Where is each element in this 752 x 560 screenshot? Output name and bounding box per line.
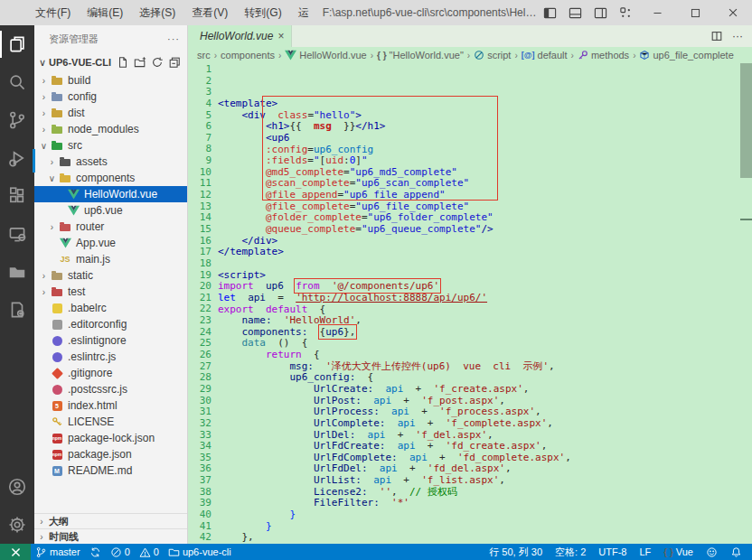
code-editor[interactable]: 1234567891011121314151617181920212223242…	[188, 63, 752, 544]
activitybar-account-icon[interactable]	[0, 468, 34, 506]
tree-item-.eslintignore[interactable]: .eslintignore	[34, 332, 187, 349]
breadcrumb-helloworld.vue[interactable]: { }"HelloWorld.vue"	[377, 50, 464, 61]
status-2[interactable]: 空格: 2	[549, 544, 592, 560]
menu-e[interactable]: 编辑(E)	[79, 0, 131, 25]
activitybar-doc-settings-icon[interactable]	[0, 291, 34, 329]
sidebar-section-timeline[interactable]: ›时间线	[34, 528, 187, 544]
tree-item-assets[interactable]: ›assets	[34, 154, 187, 170]
maximize-button[interactable]	[676, 0, 714, 25]
tree-item-label: package.json	[68, 448, 132, 461]
breadcrumb-methods[interactable]: methods	[578, 50, 629, 61]
refresh-icon[interactable]	[150, 55, 164, 70]
new-file-icon[interactable]	[116, 55, 130, 70]
status-utf-8[interactable]: UTF-8	[592, 544, 633, 560]
tree-item-components[interactable]: ∨components	[34, 170, 187, 186]
editor-group: HelloWorld.vue × ··· src›components›Hell…	[188, 25, 752, 544]
activitybar-remote-explorer-icon[interactable]	[0, 215, 34, 253]
split-editor-icon[interactable]	[710, 30, 723, 42]
status-folder-status[interactable]: up6-vue-cli	[164, 544, 236, 560]
activitybar-folder-tool-icon[interactable]	[0, 253, 34, 291]
tree-item-.eslintrc.js[interactable]: .eslintrc.js	[34, 349, 187, 365]
activitybar-settings-icon[interactable]	[0, 506, 34, 544]
sidebar-section-outline[interactable]: ›大纲	[34, 513, 187, 528]
menu-s[interactable]: 选择(S)	[131, 0, 183, 25]
collapse-all-icon[interactable]	[167, 55, 182, 70]
tree-item-.postcssrc.js[interactable]: .postcssrc.js	[34, 381, 187, 397]
scrollbar-thumb[interactable]	[740, 63, 752, 178]
tree-item-up6.vue[interactable]: up6.vue	[34, 202, 187, 219]
status-branch[interactable]: master	[31, 544, 85, 560]
tree-item-config[interactable]: ›config	[34, 89, 187, 105]
status-error[interactable]: 0	[106, 544, 135, 560]
breadcrumb-default[interactable]: [@]default	[522, 50, 568, 61]
menu-v[interactable]: 查看(V)	[183, 0, 236, 25]
editor-scrollbar[interactable]	[740, 63, 752, 544]
tree-item-router[interactable]: ›router	[34, 219, 187, 235]
circle-icon	[50, 350, 64, 364]
tree-item-.gitignore[interactable]: .gitignore	[34, 365, 187, 381]
code-line-12: @queue_complete="up6_queue_complete"/>	[218, 224, 752, 236]
toggle-panel-icon[interactable]	[562, 0, 588, 25]
breadcrumb-up6_file_complete[interactable]: up6_file_complete	[639, 50, 733, 61]
file-tree: ›build›config›dist›node_modules∨src›asse…	[34, 72, 187, 513]
menu-f[interactable]: 文件(F)	[27, 0, 79, 25]
status-lf[interactable]: LF	[633, 544, 657, 560]
toggle-secondary-sidebar-icon[interactable]	[588, 0, 613, 25]
tree-item-src[interactable]: ∨src	[34, 137, 187, 154]
tree-item-.babelrc[interactable]: .babelrc	[34, 300, 187, 316]
tree-item-license[interactable]: LICENSE	[34, 414, 187, 430]
tree-item-main.js[interactable]: JSmain.js	[34, 251, 187, 267]
tree-item-app.vue[interactable]: App.vue	[34, 235, 187, 251]
overview-ruler-marker	[740, 219, 752, 220]
tree-item-label: .gitignore	[68, 367, 112, 379]
explorer-more-actions[interactable]: ···	[167, 33, 180, 44]
tree-item-package.json[interactable]: npmpackage.json	[34, 446, 187, 462]
tree-item-static[interactable]: ›static	[34, 267, 187, 284]
tree-item-label: .editorconfig	[68, 318, 127, 331]
activitybar-explorer-icon[interactable]	[0, 25, 34, 63]
breadcrumb-label: up6_file_complete	[653, 50, 733, 61]
breadcrumb-src[interactable]: src	[197, 50, 211, 61]
remote-indicator[interactable]	[0, 544, 31, 560]
status-warning[interactable]: 0	[135, 544, 164, 560]
window-controls	[537, 0, 752, 25]
menu-[interactable]: 运	[290, 0, 317, 25]
npm-icon: npm	[50, 447, 64, 462]
badge-icon	[50, 301, 64, 315]
tree-item-.editorconfig[interactable]: .editorconfig	[34, 316, 187, 332]
status-vue[interactable]: { }Vue	[657, 544, 700, 560]
tree-item-readme.md[interactable]: MREADME.md	[34, 462, 187, 479]
minimize-button[interactable]	[638, 0, 676, 25]
status-sync[interactable]	[85, 544, 106, 560]
tree-item-build[interactable]: ›build	[34, 72, 187, 89]
toggle-sidebar-icon[interactable]	[537, 0, 562, 25]
code-line-37: }	[218, 509, 752, 521]
status-feedback[interactable]	[700, 544, 724, 560]
tab-close-icon[interactable]: ×	[277, 30, 284, 42]
tree-item-package-lock.json[interactable]: npmpackage-lock.json	[34, 430, 187, 446]
tree-item-test[interactable]: ›test	[34, 284, 187, 300]
activitybar-run-debug-icon[interactable]	[0, 139, 34, 177]
tree-item-index.html[interactable]: 5index.html	[34, 397, 187, 414]
breadcrumb-components[interactable]: components	[221, 50, 275, 61]
tree-item-node_modules[interactable]: ›node_modules	[34, 121, 187, 137]
activitybar-search-icon[interactable]	[0, 63, 34, 101]
status-bell[interactable]	[724, 544, 748, 560]
activitybar-source-control-icon[interactable]	[0, 101, 34, 139]
menu-g[interactable]: 转到(G)	[236, 0, 289, 25]
close-button[interactable]	[714, 0, 752, 25]
breadcrumb-helloworld.vue[interactable]: HelloWorld.vue	[285, 50, 366, 61]
breadcrumb-label: methods	[591, 50, 629, 61]
status-5030[interactable]: 行 50, 列 30	[483, 544, 549, 560]
breadcrumb-script[interactable]: script	[474, 50, 511, 61]
circle-icon	[50, 333, 64, 348]
new-folder-icon[interactable]	[133, 55, 147, 70]
tree-item-helloworld.vue[interactable]: HelloWorld.vue	[34, 186, 187, 202]
project-section-header[interactable]: ∨ UP6-VUE-CLI	[34, 52, 187, 72]
tab-helloworld[interactable]: HelloWorld.vue ×	[188, 25, 292, 47]
tree-item-dist[interactable]: ›dist	[34, 105, 187, 121]
activitybar-extensions-icon[interactable]	[0, 177, 34, 215]
editor-more-actions[interactable]: ···	[732, 30, 743, 42]
customize-layout-icon[interactable]	[613, 0, 638, 25]
status-bar: master00up6-vue-cli 行 50, 列 30空格: 2UTF-8…	[0, 544, 752, 560]
